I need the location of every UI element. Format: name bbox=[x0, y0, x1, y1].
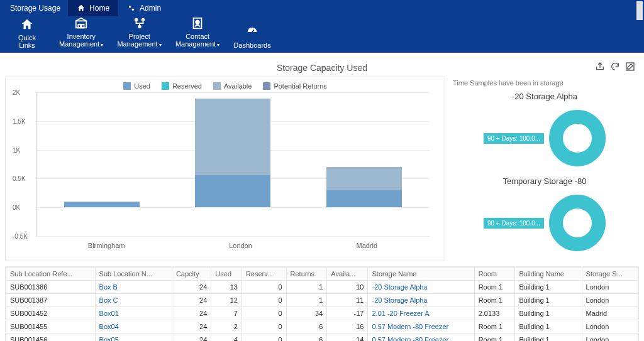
chart-x-labels: BirminghamLondonMadrid bbox=[36, 242, 430, 249]
storage-link[interactable]: 2.01 -20 Freezer A bbox=[368, 307, 474, 320]
column-header[interactable]: Building Name bbox=[515, 268, 582, 281]
home-icon bbox=[20, 18, 34, 34]
gauge-icon bbox=[245, 25, 259, 41]
warehouse-icon bbox=[74, 16, 88, 33]
sublocation-link[interactable]: Box01 bbox=[95, 307, 172, 320]
donut-chart[interactable] bbox=[549, 110, 606, 166]
column-header[interactable]: Capcity bbox=[172, 268, 211, 281]
tab-admin[interactable]: Admin bbox=[118, 0, 170, 16]
table-row[interactable]: SUB001386 Box B 24 13 0 1 10 -20 Storage… bbox=[6, 281, 638, 294]
svg-rect-3 bbox=[79, 24, 81, 28]
bar-group[interactable] bbox=[326, 92, 402, 236]
navbar: QuickLinksInventoryManagementProjectMana… bbox=[0, 16, 644, 53]
nav-inventory-management[interactable]: InventoryManagement bbox=[55, 15, 107, 50]
nav-project-management[interactable]: ProjectManagement bbox=[113, 15, 165, 50]
svg-point-6 bbox=[142, 19, 144, 21]
donut-chart[interactable] bbox=[549, 195, 606, 251]
page-title-row: Storage Capacity Used bbox=[5, 63, 639, 73]
storage-link[interactable]: -20 Storage Alpha bbox=[368, 281, 474, 294]
table-row[interactable]: SUB001387 Box C 24 12 0 1 11 -20 Storage… bbox=[6, 294, 638, 307]
contact-icon bbox=[191, 16, 204, 33]
storage-table: Sub Location Refe...Sub Location N...Cap… bbox=[6, 267, 638, 341]
bar-segment bbox=[64, 202, 140, 207]
home-icon bbox=[77, 4, 86, 13]
bar-segment bbox=[195, 175, 270, 207]
scrollbar[interactable] bbox=[636, 1, 643, 20]
donut-title: -20 Storage Alpha bbox=[450, 92, 639, 101]
nav-dashboards[interactable]: Dashboards bbox=[230, 24, 274, 50]
svg-rect-4 bbox=[82, 24, 84, 28]
bar-group[interactable] bbox=[195, 92, 270, 236]
donut-block: -20 Storage Alpha 90 + Days: 100.0... bbox=[450, 92, 639, 166]
table-row[interactable]: SUB001456 Box05 24 4 0 6 14 0.57 Modern … bbox=[6, 333, 638, 342]
nav-quick-links[interactable]: QuickLinks bbox=[5, 16, 49, 50]
donut-title: Temporary Storage -80 bbox=[450, 176, 639, 186]
svg-point-7 bbox=[138, 26, 141, 28]
column-header[interactable]: Reserv... bbox=[242, 268, 286, 281]
column-header[interactable]: Used bbox=[211, 268, 242, 281]
x-label: Birmingham bbox=[88, 242, 125, 249]
svg-point-9 bbox=[196, 20, 199, 24]
sublocation-link[interactable]: Box C bbox=[95, 294, 172, 307]
bar-chart: -0.5K0K0.5K1K1.5K2K bbox=[36, 92, 430, 237]
donut-badge: 90 + Days: 100.0... bbox=[484, 218, 544, 229]
nodes-icon bbox=[133, 16, 147, 33]
svg-point-5 bbox=[135, 19, 137, 21]
nav-contact-management[interactable]: ContactManagement bbox=[172, 15, 223, 50]
donut-block: Temporary Storage -80 90 + Days: 100.0..… bbox=[450, 176, 639, 251]
column-header[interactable]: Returns bbox=[286, 268, 327, 281]
x-label: Madrid bbox=[357, 242, 378, 249]
table-panel: Sub Location Refe...Sub Location N...Cap… bbox=[5, 266, 639, 341]
x-label: London bbox=[229, 242, 252, 249]
page-title: Storage Capacity Used bbox=[277, 63, 367, 73]
column-header[interactable]: Sub Location Refe... bbox=[6, 268, 96, 281]
legend-item: Used bbox=[123, 82, 150, 90]
bar-group[interactable] bbox=[64, 92, 140, 236]
bar-segment bbox=[64, 202, 140, 202]
app-name: Storage Usage bbox=[5, 4, 65, 13]
table-row[interactable]: SUB001452 Box01 24 7 0 34 -17 2.01 -20 F… bbox=[6, 307, 638, 320]
tab-home[interactable]: Home bbox=[68, 0, 118, 16]
gears-icon bbox=[127, 4, 136, 13]
legend-item: Potential Returns bbox=[263, 82, 326, 90]
chart-panel: UsedReservedAvailablePotential Returns -… bbox=[5, 77, 445, 261]
donut-badge: 90 + Days: 100.0... bbox=[484, 133, 544, 144]
bar-segment bbox=[326, 167, 402, 190]
refresh-icon[interactable] bbox=[610, 62, 620, 72]
edit-icon[interactable] bbox=[625, 62, 635, 72]
storage-link[interactable]: -20 Storage Alpha bbox=[368, 294, 474, 307]
bar-segment bbox=[326, 190, 402, 207]
bar-segment bbox=[195, 99, 270, 175]
column-header[interactable]: Storage Name bbox=[368, 268, 474, 281]
share-icon[interactable] bbox=[595, 62, 605, 72]
legend-item: Reserved bbox=[162, 82, 202, 90]
topbar: Storage Usage HomeAdmin bbox=[0, 0, 644, 16]
sublocation-link[interactable]: Box B bbox=[95, 281, 172, 294]
sublocation-link[interactable]: Box04 bbox=[95, 320, 172, 333]
column-header[interactable]: Availa... bbox=[327, 268, 368, 281]
table-row[interactable]: SUB001455 Box04 24 2 0 6 16 0.57 Modern … bbox=[6, 320, 638, 333]
legend-item: Available bbox=[213, 82, 252, 90]
svg-point-0 bbox=[129, 6, 131, 8]
column-header[interactable]: Storage S... bbox=[582, 268, 638, 281]
svg-point-1 bbox=[132, 9, 135, 11]
column-header[interactable]: Room bbox=[474, 268, 515, 281]
chart-legend: UsedReservedAvailablePotential Returns bbox=[11, 82, 440, 90]
storage-link[interactable]: 0.57 Modern -80 Freezer bbox=[368, 333, 474, 342]
side-title: Time Samples have been in storage bbox=[453, 79, 639, 87]
side-panel: Time Samples have been in storage -20 St… bbox=[450, 77, 639, 261]
column-header[interactable]: Sub Location N... bbox=[95, 268, 172, 281]
sublocation-link[interactable]: Box05 bbox=[95, 333, 172, 342]
storage-link[interactable]: 0.57 Modern -80 Freezer bbox=[368, 320, 474, 333]
